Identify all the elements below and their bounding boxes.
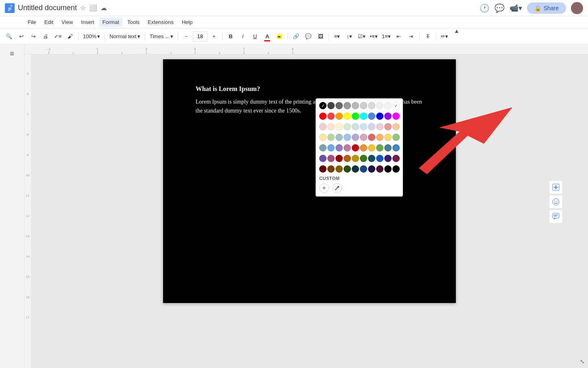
color-white[interactable]: ✓ [392, 102, 400, 109]
document-scroll[interactable]: What is Lorem Ipsum? Lorem Ipsum is simp… [31, 54, 588, 368]
resize-handle[interactable]: ⤡ [580, 358, 585, 365]
bold-button[interactable]: B [225, 31, 236, 42]
menu-view[interactable]: View [58, 17, 76, 27]
link-button[interactable]: 🔗 [290, 31, 302, 42]
folder-icon[interactable]: ⬜ [89, 4, 97, 12]
color-orange[interactable] [335, 113, 343, 120]
underline-button[interactable]: U [249, 31, 261, 42]
color-lightgray3[interactable] [376, 102, 383, 109]
c5-1[interactable] [319, 144, 327, 152]
c7-9[interactable] [384, 165, 392, 173]
highlight-button[interactable]: ✏ [274, 31, 285, 42]
history-icon[interactable]: 🕐 [479, 3, 490, 13]
zoom-select[interactable]: 100% ▾ [81, 31, 102, 42]
c6-8[interactable] [376, 155, 383, 162]
menu-format[interactable]: Format [99, 17, 122, 27]
comment-button[interactable]: 💬 [303, 31, 314, 42]
c7-6[interactable] [360, 165, 367, 173]
c5-5[interactable] [352, 144, 359, 152]
menu-insert[interactable]: Insert [78, 17, 98, 27]
c6-6[interactable] [360, 155, 367, 162]
c7-2[interactable] [327, 165, 335, 173]
video-icon[interactable]: 📹▾ [510, 4, 522, 13]
c3-2[interactable] [327, 123, 335, 130]
paintformat-button[interactable]: 🖌 [64, 31, 76, 42]
menu-help[interactable]: Help [179, 17, 196, 27]
c4-2[interactable] [327, 134, 335, 141]
c7-4[interactable] [344, 165, 351, 173]
undo-button[interactable]: ↩ [15, 31, 27, 42]
color-yellow[interactable] [344, 113, 351, 120]
c7-10[interactable] [392, 165, 400, 173]
c6-3[interactable] [335, 155, 343, 162]
c3-3[interactable] [335, 123, 343, 130]
color-lightgray1[interactable] [360, 102, 367, 109]
font-size-input[interactable] [193, 31, 207, 42]
c4-8[interactable] [376, 134, 383, 141]
add-content-button[interactable] [549, 180, 563, 194]
style-select[interactable]: Normal text ▾ [107, 31, 142, 42]
star-icon[interactable]: ☆ [80, 4, 86, 12]
c3-1[interactable] [319, 123, 327, 130]
c7-1[interactable] [319, 165, 327, 173]
menu-extensions[interactable]: Extensions [144, 17, 177, 27]
c7-8[interactable] [376, 165, 383, 173]
comment-icon[interactable]: 💬 [494, 3, 505, 13]
c5-3[interactable] [335, 144, 343, 152]
eyedropper-button[interactable] [332, 183, 342, 193]
c3-4[interactable] [344, 123, 351, 130]
c5-9[interactable] [384, 144, 392, 152]
c5-2[interactable] [327, 144, 335, 152]
indent-decrease-button[interactable]: ⇤ [393, 31, 405, 42]
color-red2[interactable] [327, 113, 335, 120]
c6-9[interactable] [384, 155, 392, 162]
linespacing-button[interactable]: ↕▾ [344, 31, 355, 42]
c3-8[interactable] [376, 123, 383, 130]
c6-5[interactable] [352, 155, 359, 162]
c5-6[interactable] [360, 144, 367, 152]
c7-5[interactable] [352, 165, 359, 173]
color-green[interactable] [352, 113, 359, 120]
color-darkgray1[interactable] [327, 102, 335, 109]
c4-3[interactable] [335, 134, 343, 141]
color-gray2[interactable] [344, 102, 351, 109]
color-offwhite[interactable] [384, 102, 392, 109]
comment-float-button[interactable] [549, 210, 563, 223]
c3-7[interactable] [368, 123, 375, 130]
align-button[interactable]: ≡▾ [331, 31, 343, 42]
color-magenta[interactable] [392, 113, 400, 120]
menu-tools[interactable]: Tools [124, 17, 143, 27]
cloud-icon[interactable]: ☁ [100, 4, 107, 12]
indent-increase-button[interactable]: ⇥ [405, 31, 417, 42]
c7-3[interactable] [335, 165, 343, 173]
c4-5[interactable] [352, 134, 359, 141]
spellcheck-button[interactable]: ✓≡ [52, 31, 63, 42]
italic-button[interactable]: I [237, 31, 248, 42]
c6-10[interactable] [392, 155, 400, 162]
collapse-toolbar-button[interactable]: ▲ [451, 28, 462, 37]
c4-7[interactable] [368, 134, 375, 141]
outline-icon[interactable]: ≡ [10, 50, 14, 58]
c7-7[interactable] [368, 165, 375, 173]
redo-button[interactable]: ↪ [28, 31, 39, 42]
emoji-button[interactable] [549, 195, 563, 209]
numberedlist-button[interactable]: 1≡▾ [380, 31, 392, 42]
c4-10[interactable] [392, 134, 400, 141]
color-cyan[interactable] [360, 113, 367, 120]
text-color-button[interactable]: A [261, 31, 273, 42]
c4-1[interactable] [319, 134, 327, 141]
pen-button[interactable]: ✏▾ [439, 31, 450, 42]
font-size-plus[interactable]: + [208, 31, 220, 42]
share-button[interactable]: 🔒 Share [527, 2, 566, 14]
c5-4[interactable] [344, 144, 351, 152]
search-button[interactable]: 🔍 [3, 31, 15, 42]
menu-file[interactable]: File [24, 17, 39, 27]
color-blue[interactable] [376, 113, 383, 120]
color-gray1[interactable] [335, 102, 343, 109]
color-purple[interactable] [384, 113, 392, 120]
c3-9[interactable] [384, 123, 392, 130]
c6-7[interactable] [368, 155, 375, 162]
c6-2[interactable] [327, 155, 335, 162]
c4-6[interactable] [360, 134, 367, 141]
font-select[interactable]: Times ... ▾ [148, 31, 175, 42]
